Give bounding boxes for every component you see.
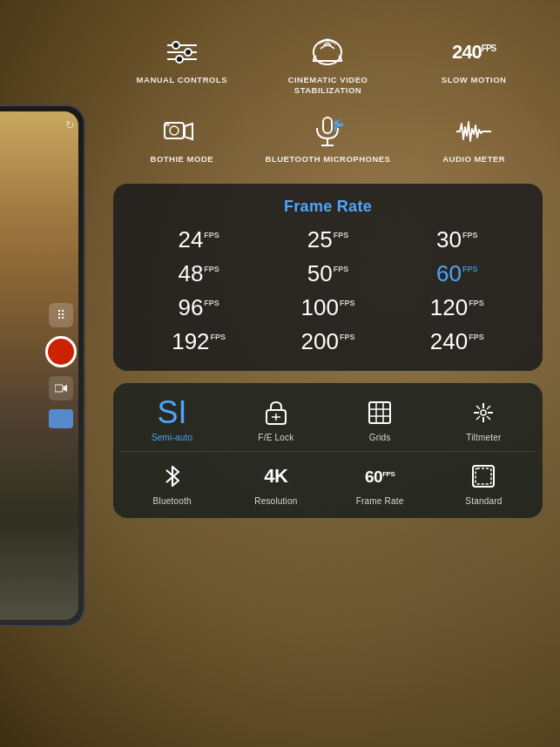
svg-point-7 [176,56,183,63]
svg-marker-1 [64,385,67,392]
manual-controls-label: MANUAL CONTROLS [137,75,227,85]
sliders-icon [160,35,204,70]
svg-point-33 [481,410,486,415]
svg-point-11 [170,126,179,135]
fr-30-num: 30 [436,226,462,253]
fr-30[interactable]: 30 FPS [393,226,522,253]
bothie-label: BOTHIE MODE [151,154,214,165]
fr-240[interactable]: 240 FPS [393,328,522,355]
frame-rate-label: Frame Rate [356,496,404,506]
fr-48-num: 48 [178,260,203,287]
feature-bothie-mode[interactable]: BOTHIE MODE [113,114,251,165]
fr-200-sup: FPS [340,328,355,341]
fe-lock-item[interactable]: F/E Lock [224,397,327,442]
fr-120-num: 120 [430,294,468,321]
bluetooth-label: Bluetooth [153,496,192,506]
fr-192-num: 192 [172,328,209,355]
grids-item[interactable]: Grids [328,397,432,442]
fr-50-num: 50 [307,260,333,287]
frame-rate-grid: 24 FPS 25 FPS 30 FPS 48 FPS 50 FPS 60 FP… [134,226,522,355]
cinematic-label: CINEMATIC VIDEO STABILIZATION [260,75,397,97]
fr-24[interactable]: 24 FPS [134,226,263,253]
grid-button[interactable]: ⠿ [49,303,73,327]
svg-rect-12 [165,124,170,126]
fr-192[interactable]: 192 FPS [134,328,263,355]
bluetooth-item[interactable]: Bluetooth [120,461,224,506]
fps-240-icon: 240FPS [452,35,496,70]
frame-rate-item[interactable]: 60FPS Frame Rate [328,461,432,506]
fr-200-num: 200 [301,328,339,355]
fr-50[interactable]: 50 FPS [263,260,392,287]
resolution-item[interactable]: 4K Resolution [224,461,327,506]
tiltmeter-icon [468,397,499,428]
fr-30-sup: FPS [462,226,478,239]
folder-icon[interactable] [49,409,73,428]
fr-96-num: 96 [178,294,203,321]
semi-auto-item[interactable]: SI Semi-auto [120,397,224,442]
fr-24-num: 24 [178,226,203,253]
audio-meter-label: AUDIO METER [442,154,505,165]
frame-rate-icon: 60FPS [364,461,395,492]
fr-25[interactable]: 25 FPS [263,226,392,253]
resolution-label: Resolution [254,496,297,506]
fr-100[interactable]: 100 FPS [263,294,392,321]
grids-label: Grids [369,433,391,442]
panel-divider [120,451,536,452]
fr-96-sup: FPS [204,294,219,307]
mode-button[interactable] [49,376,73,400]
fe-lock-icon [260,397,292,428]
slow-motion-label: SLOW MOTION [442,75,507,85]
helmet-icon [306,35,349,70]
svg-line-29 [476,406,480,409]
svg-rect-13 [323,118,332,133]
svg-line-30 [487,416,490,420]
fr-60-num: 60 [436,260,462,287]
rotate-icon: ↻ [65,118,75,131]
frame-rate-title: Frame Rate [134,198,522,216]
main-content: MANUAL CONTROLS CINEMATIC VIDEO STABILIZ… [96,0,560,747]
svg-marker-10 [185,124,192,139]
fr-25-sup: FPS [334,226,349,239]
fr-60-sup: FPS [462,260,478,273]
semi-auto-icon: SI [157,397,188,428]
fr-60[interactable]: 60 FPS [393,260,522,287]
standard-item[interactable]: Standard [432,461,536,506]
fr-96[interactable]: 96 FPS [134,294,263,321]
fr-48-sup: FPS [204,260,219,273]
svg-line-31 [487,406,490,409]
standard-label: Standard [465,496,502,506]
phone-mockup: ↻ ⠿ [0,104,85,627]
fr-240-num: 240 [430,328,468,355]
grids-icon [364,397,395,428]
svg-line-32 [476,416,480,420]
bottom-row-1: SI Semi-auto F/E Lock [120,397,536,442]
waveform-icon [452,114,496,149]
fr-25-num: 25 [307,226,333,253]
feature-slow-motion[interactable]: 240FPS SLOW MOTION [405,35,543,97]
fr-192-sup: FPS [211,328,226,341]
feature-cinematic-video[interactable]: CINEMATIC VIDEO STABILIZATION [260,35,397,97]
fr-200[interactable]: 200 FPS [263,328,392,355]
svg-point-6 [185,49,192,56]
svg-rect-35 [476,468,491,484]
feature-audio-meter[interactable]: AUDIO METER [405,114,543,165]
tiltmeter-item[interactable]: Tiltmeter [432,397,536,442]
fr-120-sup: FPS [469,294,484,307]
tiltmeter-label: Tiltmeter [466,433,501,442]
fr-100-sup: FPS [340,294,355,307]
feature-bluetooth-mic[interactable]: ✦ BLUETOOTH MICROPHONES [260,114,397,165]
fr-120[interactable]: 120 FPS [393,294,522,321]
frame-rate-panel: Frame Rate 24 FPS 25 FPS 30 FPS 48 FPS 5… [113,184,543,371]
fr-50-sup: FPS [334,260,349,273]
bottom-panel: SI Semi-auto F/E Lock [113,383,543,518]
fr-48[interactable]: 48 FPS [134,260,263,287]
feature-manual-controls[interactable]: MANUAL CONTROLS [113,35,251,97]
fe-lock-label: F/E Lock [258,433,293,442]
bluetooth-mic-icon: ✦ [306,114,349,149]
phone-controls: ⠿ [45,303,77,428]
features-grid: MANUAL CONTROLS CINEMATIC VIDEO STABILIZ… [96,0,560,173]
record-button[interactable] [45,336,77,367]
svg-point-5 [172,42,179,49]
fr-100-num: 100 [301,294,339,321]
bluetooth-mic-label: BLUETOOTH MICROPHONES [266,154,391,165]
